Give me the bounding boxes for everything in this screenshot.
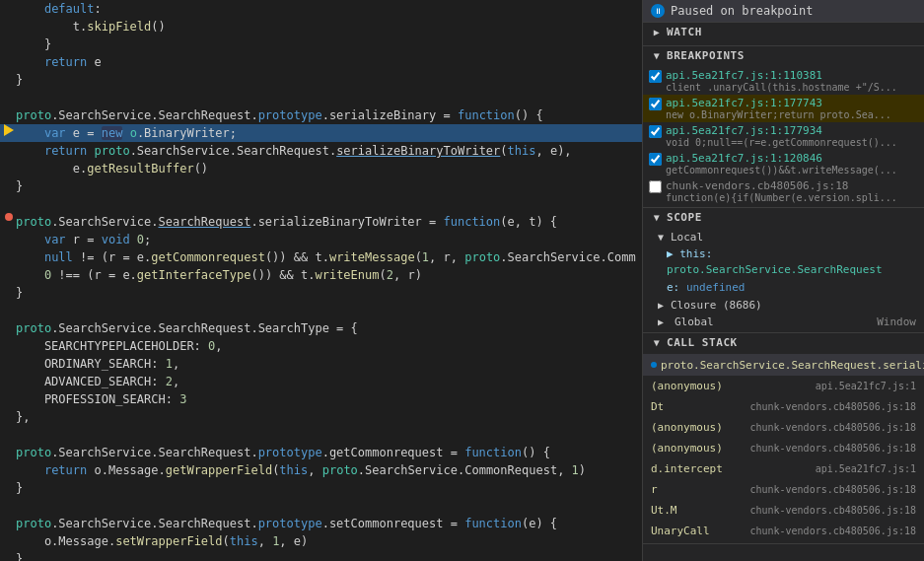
code-line: } (0, 35, 642, 53)
code-text: t.skipField() (16, 18, 638, 35)
code-line: e.getResultBuffer() (0, 160, 642, 177)
scope-section: ▼ Scope ▼ Local ▶ this: proto.SearchServ… (643, 208, 924, 333)
callstack-item[interactable]: proto.SearchService.SearchRequest.serial… (643, 354, 924, 376)
code-editor[interactable]: default: t.skipField() } return e } (0, 0, 643, 561)
callstack-item[interactable]: r chunk-vendors.cb480506.js:18 (643, 479, 924, 500)
code-line: proto.SearchService.SearchRequest.Search… (0, 319, 642, 337)
code-text (16, 426, 638, 444)
callstack-item[interactable]: d.intercept api.5ea21fc7.js:1 (643, 458, 924, 479)
breakpoint-checkbox[interactable] (649, 180, 662, 193)
closure-chevron: ▶ (655, 300, 667, 312)
cs-fn: proto.SearchService.SearchRequest.serial… (661, 357, 924, 374)
bp-code: getCommonrequest())&&t.writeMessage(... (666, 165, 916, 175)
breakpoints-content: api.5ea21fc7.js:1:110381 client_.unaryCa… (643, 65, 924, 207)
callstack-item[interactable]: (anonymous) api.5ea21fc7.js:1 (643, 376, 924, 396)
breakpoint-item: chunk-vendors.cb480506.js:18 function(e)… (643, 177, 924, 205)
code-text: }, (16, 408, 638, 426)
code-line: return o.Message.getWrapperField(this, p… (0, 461, 642, 479)
cs-file: api.5ea21fc7.js:1 (816, 378, 916, 394)
code-text: SEARCHTYPEPLACEHOLDER: 0, (16, 337, 638, 355)
breakpoints-chevron: ▼ (651, 50, 663, 62)
code-text: } (16, 479, 638, 497)
active-dot (651, 362, 657, 368)
code-line: proto.SearchService.SearchRequest.serial… (0, 213, 642, 231)
cs-file: chunk-vendors.cb480506.js:18 (749, 419, 916, 436)
breakpoint-checkbox[interactable] (649, 98, 662, 110)
code-line-current: var e = new o.BinaryWriter; (0, 124, 642, 142)
scope-closure-header[interactable]: ▶ Closure (8686) (643, 297, 924, 314)
code-line: t.skipField() (0, 18, 642, 35)
breakpoint-checkbox[interactable] (649, 125, 662, 138)
callstack-section: ▼ Call Stack proto.SearchService.SearchR… (643, 333, 924, 544)
cs-file: chunk-vendors.cb480506.js:18 (749, 440, 916, 456)
cs-fn: (anonymous) (651, 378, 723, 394)
breakpoint-checkbox[interactable] (649, 70, 662, 83)
bp-file: api.5ea21fc7.js:1:120846 (666, 152, 916, 165)
code-text: PROFESSION_SEARCH: 3 (16, 390, 638, 408)
code-line: } (0, 71, 642, 89)
callstack-chevron: ▼ (651, 337, 663, 349)
code-line: } (0, 284, 642, 302)
code-text: proto.SearchService.SearchRequest.protot… (16, 444, 638, 461)
bp-file: api.5ea21fc7.js:1:177934 (666, 124, 916, 137)
callstack-item[interactable]: UnaryCall chunk-vendors.cb480506.js:18 (643, 521, 924, 541)
breakpoints-label: Breakpoints (667, 49, 745, 62)
cs-fn: r (651, 481, 658, 498)
debug-panel: Paused on breakpoint ▶ Watch ▼ Breakpoin… (643, 0, 924, 561)
breakpoint-text: api.5ea21fc7.js:1:177934 void 0;null==(r… (666, 124, 916, 148)
cs-fn: (anonymous) (651, 440, 723, 456)
e-label: e: (667, 281, 686, 294)
breakpoint-item: api.5ea21fc7.js:1:177743 new o.BinaryWri… (643, 95, 924, 122)
bp-code: new o.BinaryWriter;return proto.Sea... (666, 109, 916, 120)
code-text: return proto.SearchService.SearchRequest… (16, 142, 638, 160)
breakpoint-text: api.5ea21fc7.js:1:120846 getCommonreques… (666, 152, 916, 175)
code-line: proto.SearchService.SearchRequest.protot… (0, 515, 642, 532)
callstack-header[interactable]: ▼ Call Stack (643, 333, 924, 352)
breakpoints-header[interactable]: ▼ Breakpoints (643, 46, 924, 65)
code-text: return o.Message.getWrapperField(this, p… (16, 461, 638, 479)
watch-section: ▶ Watch (643, 23, 924, 46)
global-chevron: ▶ (655, 316, 667, 328)
scope-global-row[interactable]: ▶ Global Window (643, 314, 924, 330)
breakpoint-checkbox[interactable] (649, 153, 662, 166)
code-text: proto.SearchService.SearchRequest.Search… (16, 319, 638, 337)
code-line: null != (r = e.getCommonrequest()) && t.… (0, 248, 642, 266)
code-line: } (0, 479, 642, 497)
local-chevron: ▼ (655, 232, 667, 244)
scope-header[interactable]: ▼ Scope (643, 208, 924, 227)
bp-code: function(e){if(Number(e.version.spli... (666, 192, 916, 203)
cs-file: chunk-vendors.cb480506.js:18 (749, 398, 916, 415)
code-line: o.Message.setWrapperField(this, 1, e) (0, 532, 642, 550)
code-text: 0 !== (r = e.getInterfaceType()) && t.wr… (16, 266, 638, 284)
code-text: } (16, 284, 638, 302)
cs-fn: Dt (651, 398, 664, 415)
scope-label: Scope (667, 211, 702, 224)
code-line (0, 195, 642, 213)
callstack-item[interactable]: (anonymous) chunk-vendors.cb480506.js:18 (643, 438, 924, 458)
code-line (0, 89, 642, 106)
debug-scroll[interactable]: ▶ Watch ▼ Breakpoints api.5ea21fc7.js:1:… (643, 23, 924, 561)
gutter-arrow (4, 124, 14, 136)
callstack-item[interactable]: Ut.M chunk-vendors.cb480506.js:18 (643, 500, 924, 521)
callstack-content: proto.SearchService.SearchRequest.serial… (643, 352, 924, 543)
gutter-bp-red (4, 213, 14, 221)
scope-global-label: Global (675, 316, 714, 328)
code-line (0, 426, 642, 444)
scope-local-header[interactable]: ▼ Local (643, 229, 924, 245)
bp-code: void 0;null==(r=e.getCommonrequest()... (666, 137, 916, 148)
code-line: ADVANCED_SEARCH: 2, (0, 373, 642, 390)
scope-e-property: e: undefined (643, 279, 924, 297)
code-text: proto.SearchService.SearchRequest.protot… (16, 106, 638, 124)
code-line (0, 302, 642, 319)
watch-header[interactable]: ▶ Watch (643, 23, 924, 41)
code-text: default: (16, 0, 638, 18)
code-line: proto.SearchService.SearchRequest.protot… (0, 106, 642, 124)
cs-fn: (anonymous) (651, 419, 723, 436)
debug-status: Paused on breakpoint (671, 4, 814, 18)
scope-global-value: Window (877, 316, 916, 328)
code-line: }, (0, 408, 642, 426)
breakpoints-section: ▼ Breakpoints api.5ea21fc7.js:1:110381 c… (643, 46, 924, 208)
code-line: SEARCHTYPEPLACEHOLDER: 0, (0, 337, 642, 355)
callstack-item[interactable]: Dt chunk-vendors.cb480506.js:18 (643, 396, 924, 417)
callstack-item[interactable]: (anonymous) chunk-vendors.cb480506.js:18 (643, 417, 924, 438)
